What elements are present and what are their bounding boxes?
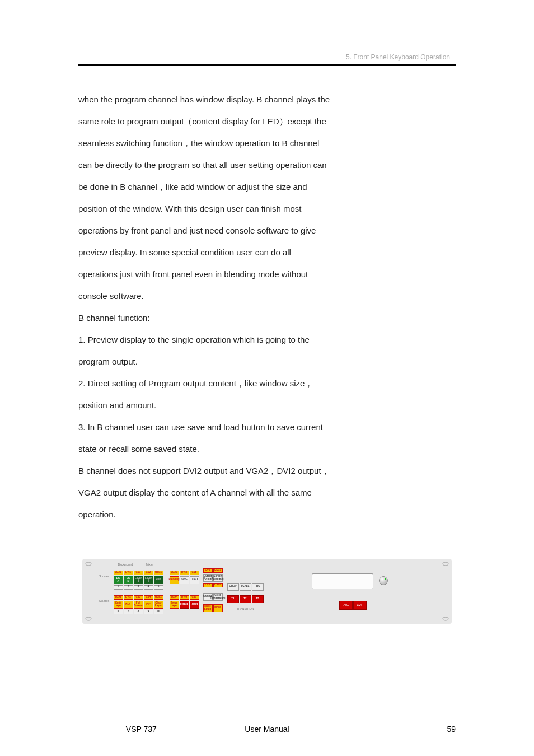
row1-sources: VGA1 DVI1 CV1 CV2 USB1: [113, 570, 163, 575]
pip-button[interactable]: PIP: [144, 601, 153, 609]
lcd-display: [312, 573, 373, 589]
key-button[interactable]: KEY: [124, 601, 133, 609]
swap-layer-button[interactable]: SwapLayer: [170, 601, 179, 609]
t1-button[interactable]: T1: [227, 595, 239, 603]
multi-button[interactable]: Multi: [154, 576, 163, 584]
src-vga2-button[interactable]: VGA2: [114, 595, 123, 600]
crop-button[interactable]: CROP: [227, 583, 239, 591]
screw-slot-icon: [442, 617, 449, 621]
num-6-button[interactable]: 6: [114, 610, 123, 614]
src-dvi2-button[interactable]: DVI2: [124, 595, 133, 600]
src-cv1-button[interactable]: CV1: [134, 571, 143, 575]
num-3-button[interactable]: 3: [134, 585, 143, 590]
load-button[interactable]: LOAD: [190, 576, 199, 584]
move-setup-button[interactable]: MoveSetup: [203, 604, 213, 612]
src-dvi1-button[interactable]: DVI1: [124, 571, 133, 575]
footer-title: User Manual: [204, 725, 330, 734]
src-vga3-button[interactable]: VGA3: [170, 571, 179, 575]
split-layer-button[interactable]: SplitLayer: [114, 601, 123, 609]
line: when the program channel has window disp…: [78, 88, 456, 110]
src-cv4-button[interactable]: CV4: [144, 595, 153, 600]
row2-nums: 6 7 8 9 10: [113, 609, 163, 614]
t2-button[interactable]: T2: [240, 595, 251, 603]
group-transition-label: TRANSITION: [237, 607, 254, 610]
src-usb1-button[interactable]: USB1: [154, 571, 163, 575]
num-1-button[interactable]: 1: [114, 585, 123, 590]
group-mixer-label: Mixer: [145, 563, 154, 566]
output-format-button[interactable]: OutputFormat: [203, 574, 213, 582]
num-5-button[interactable]: 5: [154, 585, 163, 590]
row2-sources: VGA2 DVI2 CV3 CV4 USB2: [113, 595, 163, 600]
reset-button[interactable]: Reset: [190, 601, 199, 609]
save-button[interactable]: SAVE: [180, 576, 189, 584]
src-dvi4-button[interactable]: DVI4: [180, 595, 189, 600]
line: console software.: [78, 285, 456, 307]
line: operation.: [78, 503, 456, 525]
src-cv3-button[interactable]: CV3: [134, 595, 143, 600]
full-screen-button[interactable]: FullScreen: [134, 601, 143, 609]
screw-slot-icon: [442, 562, 449, 566]
cut-button[interactable]: CUT: [353, 601, 367, 610]
svg-point-0: [86, 562, 91, 566]
rotary-knob[interactable]: [379, 576, 388, 585]
screen-parameter-button[interactable]: ScreenParameter: [213, 574, 223, 582]
src-cv2-button[interactable]: CV2: [144, 571, 153, 575]
body-text: when the program channel has window disp…: [78, 88, 456, 525]
footer-model: VSP 737: [78, 725, 204, 734]
row2-mixer: SplitLayer KEY FullScreen PIP ClearLayer: [113, 600, 163, 609]
line: 3. In B channel user can use save and lo…: [78, 416, 456, 438]
src-usb3-button[interactable]: USB3: [213, 568, 223, 573]
sources-label: Sources: [99, 575, 109, 578]
line: 1. Preview display to the single operati…: [78, 329, 456, 351]
row1-nums: 1 2 3 4 5: [113, 585, 163, 590]
src-cv5-button[interactable]: CV5: [190, 571, 199, 575]
line: same role to program output（content disp…: [78, 110, 456, 132]
color-temperature-button[interactable]: ColorTemperature: [213, 593, 223, 601]
line: program output.: [78, 351, 456, 372]
src-vga4-button[interactable]: VGA4: [170, 595, 179, 600]
prg-button[interactable]: PRG: [252, 583, 264, 591]
src-dvi3-button[interactable]: DVI3: [180, 571, 189, 575]
layer3-button[interactable]: Layer3: [134, 576, 143, 584]
svg-point-3: [443, 617, 448, 620]
line: position and amount.: [78, 394, 456, 416]
footer-page-number: 59: [330, 725, 456, 734]
line: can be directly to the program so that a…: [78, 154, 456, 176]
bg-b-button[interactable]: BGB: [124, 576, 133, 584]
header-rule: [78, 64, 456, 66]
num-9-button[interactable]: 9: [144, 610, 153, 614]
src-vga1-button[interactable]: VGA1: [114, 571, 123, 575]
num-7-button[interactable]: 7: [124, 610, 133, 614]
page-footer: VSP 737 User Manual 59: [78, 725, 456, 734]
move-button[interactable]: Move: [213, 604, 223, 612]
scale-button[interactable]: SCALE: [240, 583, 251, 591]
num-4-button[interactable]: 4: [144, 585, 153, 590]
group-background-label: Background: [117, 563, 134, 566]
line: state or recall some saved state.: [78, 438, 456, 460]
line: B channel function:: [78, 307, 456, 329]
blending-button[interactable]: Blending: [170, 576, 179, 584]
freeze-button[interactable]: Freeze: [180, 601, 189, 609]
bg-a-button[interactable]: BGA: [114, 576, 123, 584]
src-usb4-button[interactable]: USB4: [213, 583, 223, 587]
svg-point-1: [443, 562, 448, 566]
row1-mixer: BGA BGB Layer3 Layer4 Multi: [113, 576, 163, 584]
src-cv8-button[interactable]: CV8: [203, 583, 213, 587]
src-cv7-button[interactable]: CV7: [190, 595, 199, 600]
line: preview display. In some special conditi…: [78, 241, 456, 263]
num-8-button[interactable]: 8: [134, 610, 143, 614]
line: VGA2 output display the content of A cha…: [78, 482, 456, 503]
layer4-button[interactable]: Layer4: [144, 576, 153, 584]
t3-button[interactable]: T3: [252, 595, 264, 603]
take-button[interactable]: TAKE: [339, 601, 353, 610]
src-usb2-button[interactable]: USB2: [154, 595, 163, 600]
line: operations just with front panel even in…: [78, 263, 456, 285]
num-2-button[interactable]: 2: [124, 585, 133, 590]
screw-slot-icon: [85, 562, 92, 566]
src-cv6-button[interactable]: CV6: [203, 568, 213, 573]
line: B channel does not support DVI2 output a…: [78, 460, 456, 482]
line: position of the window. With this design…: [78, 198, 456, 220]
clear-layer-button[interactable]: ClearLayer: [154, 601, 163, 609]
num-10-button[interactable]: 10: [154, 610, 163, 614]
screw-slot-icon: [85, 617, 92, 621]
